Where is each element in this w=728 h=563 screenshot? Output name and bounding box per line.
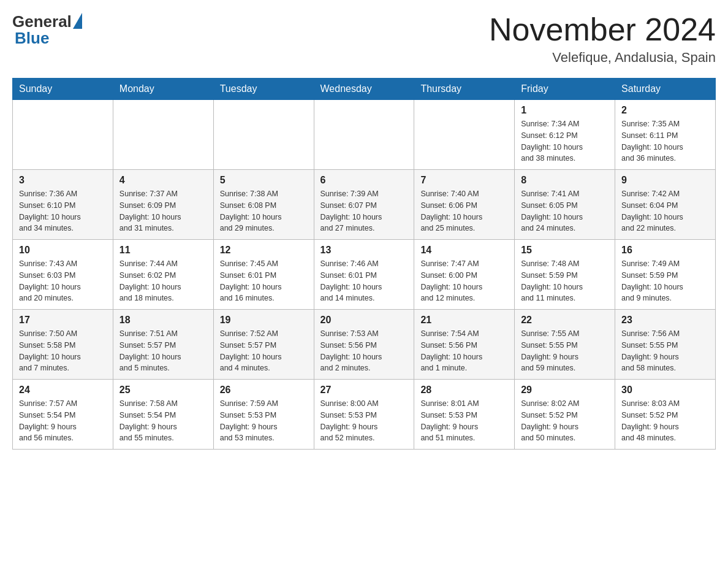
day-number: 11 [119, 245, 207, 256]
calendar-cell [213, 100, 314, 170]
day-number: 23 [621, 315, 709, 326]
calendar-cell: 6Sunrise: 7:39 AMSunset: 6:07 PMDaylight… [314, 170, 414, 240]
day-info: Sunrise: 7:48 AMSunset: 5:59 PMDaylight:… [521, 258, 609, 304]
day-info: Sunrise: 7:37 AMSunset: 6:09 PMDaylight:… [119, 188, 207, 234]
day-number: 25 [119, 385, 207, 396]
day-number: 15 [521, 245, 609, 256]
day-info: Sunrise: 7:43 AMSunset: 6:03 PMDaylight:… [19, 258, 107, 304]
calendar-cell: 26Sunrise: 7:59 AMSunset: 5:53 PMDayligh… [213, 380, 314, 450]
calendar-cell: 24Sunrise: 7:57 AMSunset: 5:54 PMDayligh… [13, 380, 113, 450]
day-info: Sunrise: 7:53 AMSunset: 5:56 PMDaylight:… [320, 328, 408, 374]
calendar-cell: 16Sunrise: 7:49 AMSunset: 5:59 PMDayligh… [615, 240, 716, 310]
day-number: 18 [119, 315, 207, 326]
weekday-header-row: SundayMondayTuesdayWednesdayThursdayFrid… [13, 79, 716, 100]
weekday-header-saturday: Saturday [615, 79, 716, 100]
day-info: Sunrise: 7:54 AMSunset: 5:56 PMDaylight:… [420, 328, 508, 374]
calendar-cell [13, 100, 113, 170]
day-info: Sunrise: 7:38 AMSunset: 6:08 PMDaylight:… [220, 188, 308, 234]
calendar-cell: 28Sunrise: 8:01 AMSunset: 5:53 PMDayligh… [414, 380, 515, 450]
day-info: Sunrise: 7:35 AMSunset: 6:11 PMDaylight:… [621, 118, 709, 164]
day-number: 13 [320, 245, 408, 256]
day-number: 19 [220, 315, 308, 326]
calendar-cell [414, 100, 515, 170]
day-info: Sunrise: 8:02 AMSunset: 5:52 PMDaylight:… [521, 398, 609, 444]
calendar-cell: 22Sunrise: 7:55 AMSunset: 5:55 PMDayligh… [515, 310, 615, 380]
calendar-title: November 2024 [489, 12, 716, 47]
day-number: 16 [621, 245, 709, 256]
calendar-subtitle: Velefique, Andalusia, Spain [489, 50, 716, 66]
day-info: Sunrise: 8:00 AMSunset: 5:53 PMDaylight:… [320, 398, 408, 444]
day-number: 1 [521, 105, 609, 116]
day-info: Sunrise: 7:46 AMSunset: 6:01 PMDaylight:… [320, 258, 408, 304]
day-info: Sunrise: 8:01 AMSunset: 5:53 PMDaylight:… [420, 398, 508, 444]
calendar-cell: 30Sunrise: 8:03 AMSunset: 5:52 PMDayligh… [615, 380, 716, 450]
calendar-cell: 9Sunrise: 7:42 AMSunset: 6:04 PMDaylight… [615, 170, 716, 240]
day-info: Sunrise: 7:49 AMSunset: 5:59 PMDaylight:… [621, 258, 709, 304]
week-row-2: 3Sunrise: 7:36 AMSunset: 6:10 PMDaylight… [13, 170, 716, 240]
day-number: 8 [521, 175, 609, 186]
day-info: Sunrise: 7:41 AMSunset: 6:05 PMDaylight:… [521, 188, 609, 234]
day-number: 4 [119, 175, 207, 186]
day-number: 3 [19, 175, 107, 186]
calendar-cell: 3Sunrise: 7:36 AMSunset: 6:10 PMDaylight… [13, 170, 113, 240]
day-number: 2 [621, 105, 709, 116]
day-info: Sunrise: 7:42 AMSunset: 6:04 PMDaylight:… [621, 188, 709, 234]
calendar-cell: 20Sunrise: 7:53 AMSunset: 5:56 PMDayligh… [314, 310, 414, 380]
week-row-4: 17Sunrise: 7:50 AMSunset: 5:58 PMDayligh… [13, 310, 716, 380]
day-number: 9 [621, 175, 709, 186]
day-info: Sunrise: 7:56 AMSunset: 5:55 PMDaylight:… [621, 328, 709, 374]
calendar-table: SundayMondayTuesdayWednesdayThursdayFrid… [12, 78, 716, 450]
day-info: Sunrise: 7:52 AMSunset: 5:57 PMDaylight:… [220, 328, 308, 374]
calendar-cell: 18Sunrise: 7:51 AMSunset: 5:57 PMDayligh… [113, 310, 213, 380]
day-number: 14 [420, 245, 508, 256]
calendar-cell: 10Sunrise: 7:43 AMSunset: 6:03 PMDayligh… [13, 240, 113, 310]
day-number: 6 [320, 175, 408, 186]
calendar-cell: 14Sunrise: 7:47 AMSunset: 6:00 PMDayligh… [414, 240, 515, 310]
day-info: Sunrise: 7:58 AMSunset: 5:54 PMDaylight:… [119, 398, 207, 444]
weekday-header-sunday: Sunday [13, 79, 113, 100]
day-number: 29 [521, 385, 609, 396]
day-number: 27 [320, 385, 408, 396]
calendar-cell [113, 100, 213, 170]
calendar-cell: 17Sunrise: 7:50 AMSunset: 5:58 PMDayligh… [13, 310, 113, 380]
day-number: 7 [420, 175, 508, 186]
logo: General Blue [12, 12, 82, 48]
day-info: Sunrise: 7:59 AMSunset: 5:53 PMDaylight:… [220, 398, 308, 444]
calendar-cell: 13Sunrise: 7:46 AMSunset: 6:01 PMDayligh… [314, 240, 414, 310]
day-info: Sunrise: 7:51 AMSunset: 5:57 PMDaylight:… [119, 328, 207, 374]
calendar-cell: 19Sunrise: 7:52 AMSunset: 5:57 PMDayligh… [213, 310, 314, 380]
weekday-header-tuesday: Tuesday [213, 79, 314, 100]
calendar-cell: 2Sunrise: 7:35 AMSunset: 6:11 PMDaylight… [615, 100, 716, 170]
day-number: 22 [521, 315, 609, 326]
week-row-1: 1Sunrise: 7:34 AMSunset: 6:12 PMDaylight… [13, 100, 716, 170]
calendar-cell: 5Sunrise: 7:38 AMSunset: 6:08 PMDaylight… [213, 170, 314, 240]
week-row-3: 10Sunrise: 7:43 AMSunset: 6:03 PMDayligh… [13, 240, 716, 310]
weekday-header-friday: Friday [515, 79, 615, 100]
weekday-header-thursday: Thursday [414, 79, 515, 100]
calendar-cell: 1Sunrise: 7:34 AMSunset: 6:12 PMDaylight… [515, 100, 615, 170]
logo-arrow-icon [73, 13, 82, 29]
day-number: 28 [420, 385, 508, 396]
day-info: Sunrise: 7:39 AMSunset: 6:07 PMDaylight:… [320, 188, 408, 234]
day-number: 26 [220, 385, 308, 396]
day-info: Sunrise: 7:36 AMSunset: 6:10 PMDaylight:… [19, 188, 107, 234]
weekday-header-wednesday: Wednesday [314, 79, 414, 100]
logo-blue-text: Blue [15, 29, 49, 47]
day-number: 12 [220, 245, 308, 256]
calendar-cell: 4Sunrise: 7:37 AMSunset: 6:09 PMDaylight… [113, 170, 213, 240]
day-info: Sunrise: 7:45 AMSunset: 6:01 PMDaylight:… [220, 258, 308, 304]
day-number: 20 [320, 315, 408, 326]
day-number: 17 [19, 315, 107, 326]
day-info: Sunrise: 7:40 AMSunset: 6:06 PMDaylight:… [420, 188, 508, 234]
day-number: 5 [220, 175, 308, 186]
day-info: Sunrise: 7:34 AMSunset: 6:12 PMDaylight:… [521, 118, 609, 164]
day-info: Sunrise: 7:47 AMSunset: 6:00 PMDaylight:… [420, 258, 508, 304]
week-row-5: 24Sunrise: 7:57 AMSunset: 5:54 PMDayligh… [13, 380, 716, 450]
day-info: Sunrise: 8:03 AMSunset: 5:52 PMDaylight:… [621, 398, 709, 444]
day-number: 10 [19, 245, 107, 256]
calendar-cell: 7Sunrise: 7:40 AMSunset: 6:06 PMDaylight… [414, 170, 515, 240]
day-info: Sunrise: 7:50 AMSunset: 5:58 PMDaylight:… [19, 328, 107, 374]
calendar-cell: 12Sunrise: 7:45 AMSunset: 6:01 PMDayligh… [213, 240, 314, 310]
day-number: 21 [420, 315, 508, 326]
page-header: General Blue November 2024 Velefique, An… [12, 12, 716, 66]
